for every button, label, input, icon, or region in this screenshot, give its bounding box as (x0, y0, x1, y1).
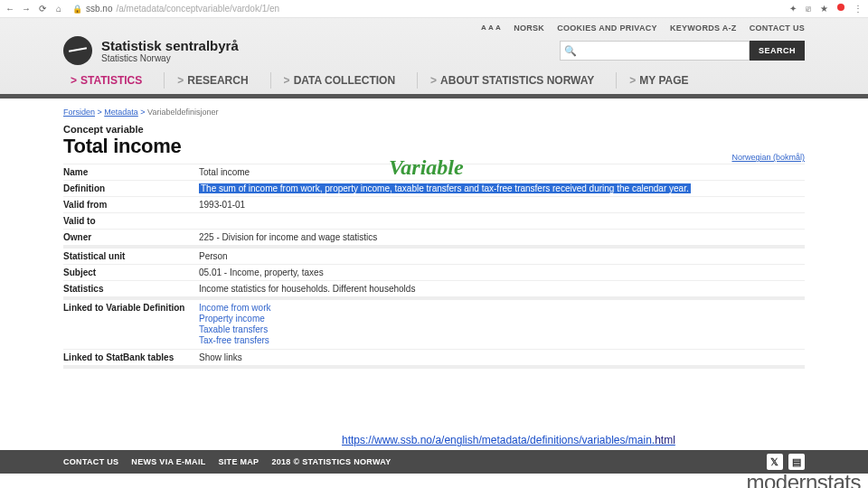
row-statistics: StatisticsIncome statistics for househol… (63, 281, 805, 299)
site-header: A A A NORSK COOKIES AND PRIVACY KEYWORDS… (0, 18, 868, 94)
title-sup: Concept variable (63, 124, 805, 135)
bookmark-icon[interactable]: ★ (820, 4, 828, 14)
crumb-current: Variabeldefinisjoner (147, 108, 218, 117)
row-subject: Subject05.01 - Income, property, taxes (63, 265, 805, 281)
utility-nav: A A A NORSK COOKIES AND PRIVACY KEYWORDS… (63, 23, 805, 33)
row-statistical-unit: Statistical unitPerson (63, 247, 805, 265)
search-button[interactable]: SEARCH (750, 41, 805, 61)
reload-icon[interactable]: ⟳ (38, 4, 47, 14)
crumb-metadata[interactable]: Metadata (104, 108, 138, 117)
back-icon[interactable]: ← (5, 4, 14, 14)
footer-copyright: 2018 © STATISTICS NORWAY (271, 457, 391, 466)
text-size[interactable]: A A A (481, 23, 501, 33)
search-input[interactable]: 🔍 (560, 41, 750, 61)
footer-news[interactable]: NEWS VIA E-MAIL (131, 457, 205, 466)
forward-icon[interactable]: → (22, 4, 31, 14)
brand[interactable]: Statistisk sentralbyrå Statistics Norway (63, 36, 239, 65)
url-host: ssb.no (86, 4, 112, 14)
contact-link[interactable]: CONTACT US (750, 23, 805, 33)
crumb-home[interactable]: Forsiden (63, 108, 95, 117)
nav-about[interactable]: >ABOUT STATISTICS NORWAY (423, 70, 610, 90)
nav-statistics[interactable]: >STATISTICS (63, 70, 158, 90)
row-owner: Owner225 - Division for income and wage … (63, 230, 805, 248)
address-bar[interactable]: 🔒 ssb.no /a/metadata/conceptvariable/var… (72, 4, 780, 14)
primary-nav: >STATISTICS >RESEARCH >DATA COLLECTION >… (63, 70, 805, 94)
nav-label: STATISTICS (80, 74, 142, 87)
brand-logo-icon (63, 36, 92, 65)
browser-chrome: ← → ⟳ ⌂ 🔒 ssb.no /a/metadata/conceptvari… (0, 0, 868, 18)
home-icon[interactable]: ⌂ (54, 4, 63, 14)
nav-label: DATA COLLECTION (294, 74, 395, 87)
nav-label: MY PAGE (639, 74, 688, 87)
ext-icon[interactable]: ✦ (789, 4, 797, 14)
modernstats-logo: modernstats HLG - MOS (680, 463, 861, 488)
nav-label: RESEARCH (187, 74, 248, 87)
site-search: 🔍 SEARCH (560, 41, 805, 61)
metadata-table: NameTotal income DefinitionThe sum of in… (63, 164, 805, 369)
row-linked-variable-def: Linked to Variable Definition Income fro… (63, 298, 805, 350)
linked-var-1[interactable]: Income from work (199, 303, 805, 314)
footer-contact[interactable]: CONTACT US (63, 457, 118, 466)
slide-annotation: Variable (389, 155, 464, 180)
cast-icon[interactable]: ⎚ (806, 4, 811, 14)
lock-icon: 🔒 (72, 5, 82, 14)
lang-switch-norsk[interactable]: NORSK (514, 23, 544, 33)
linked-var-4[interactable]: Tax-free transfers (199, 335, 805, 346)
linked-var-2[interactable]: Property income (199, 314, 805, 324)
nav-research[interactable]: >RESEARCH (170, 70, 264, 90)
browser-actions: ✦ ⎚ ★ ⋮ (789, 4, 863, 14)
show-links[interactable]: Show links (199, 350, 805, 368)
source-url[interactable]: https://www.ssb.no/a/english/metadata/de… (342, 434, 675, 446)
cookies-link[interactable]: COOKIES AND PRIVACY (557, 23, 657, 33)
menu-icon[interactable]: ⋮ (854, 4, 863, 14)
content: Forsiden > Metadata > Variabeldefinisjon… (0, 99, 868, 369)
row-linked-statbank: Linked to StatBank tablesShow links (63, 350, 805, 368)
brand-line1: Statistisk sentralbyrå (101, 38, 239, 53)
row-valid-from: Valid from1993-01-01 (63, 197, 805, 213)
keywords-link[interactable]: KEYWORDS A-Z (670, 23, 737, 33)
brand-text: Statistisk sentralbyrå Statistics Norway (101, 38, 239, 63)
browser-nav: ← → ⟳ ⌂ (5, 4, 63, 14)
modernstats-text: modernstats (746, 470, 861, 488)
brand-line2: Statistics Norway (101, 53, 239, 63)
nav-label: ABOUT STATISTICS NORWAY (440, 74, 594, 87)
footer-sitemap[interactable]: SITE MAP (219, 457, 259, 466)
url-path: /a/metadata/conceptvariable/vardok/1/en (116, 4, 279, 14)
profile-icon[interactable] (837, 4, 844, 11)
row-valid-to: Valid to (63, 213, 805, 230)
linked-var-3[interactable]: Taxable transfers (199, 324, 805, 335)
search-icon: 🔍 (564, 45, 577, 57)
definition-highlight: The sum of income from work, property in… (199, 183, 691, 193)
nav-my-page[interactable]: >MY PAGE (622, 70, 704, 90)
breadcrumb: Forsiden > Metadata > Variabeldefinisjon… (63, 108, 805, 117)
row-definition: DefinitionThe sum of income from work, p… (63, 181, 805, 197)
nav-data-collection[interactable]: >DATA COLLECTION (277, 70, 411, 90)
